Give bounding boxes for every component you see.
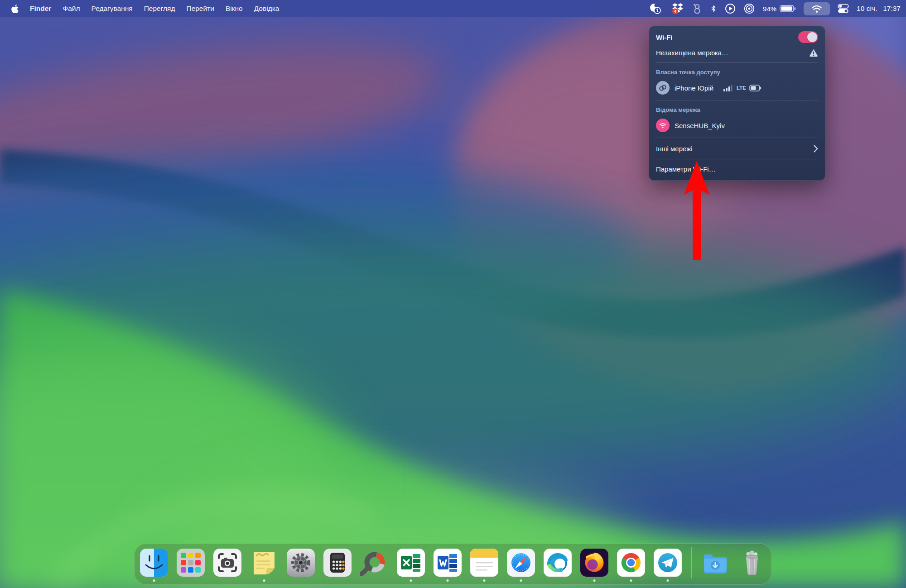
running-indicator: [630, 579, 632, 582]
menu-bar-status: 1 4: [649, 2, 906, 15]
trash-icon: [738, 549, 766, 577]
dock-finder[interactable]: [140, 549, 168, 577]
screenshot-icon: [213, 549, 241, 577]
firefox-icon: [580, 549, 608, 577]
wifi-toggle[interactable]: [798, 31, 818, 43]
running-indicator: [447, 579, 449, 582]
system-settings-icon: [287, 549, 315, 577]
finder-icon: [140, 549, 168, 577]
launchpad-icon: [177, 549, 205, 577]
dock-trash[interactable]: [738, 549, 766, 577]
menu-edit[interactable]: Редагування: [91, 5, 132, 13]
dock-launchpad[interactable]: [177, 549, 205, 577]
dock-firefox[interactable]: [580, 549, 608, 577]
divider: [656, 138, 818, 138]
apple-icon: [11, 5, 19, 13]
dock-screenshot[interactable]: [213, 549, 241, 577]
menu-bar: Finder Файл Редагування Перегляд Перейти…: [0, 0, 906, 17]
hotspot-section-header: Власна точка доступу: [649, 65, 825, 78]
other-networks-row[interactable]: Інші мережі: [649, 140, 825, 157]
stickies-icon: [250, 549, 278, 577]
running-indicator: [520, 579, 522, 582]
battery-status[interactable]: 94%: [763, 5, 796, 13]
insecure-network-row[interactable]: Незахищена мережа…: [649, 45, 825, 60]
dock-edge[interactable]: [544, 549, 572, 577]
warning-icon: [809, 48, 818, 57]
running-indicator: [483, 579, 486, 582]
divider: [656, 62, 818, 63]
control-center-icon[interactable]: [838, 3, 849, 14]
network-type-label: LTE: [737, 85, 746, 91]
personal-hotspot-icon: [656, 81, 670, 95]
menu-file[interactable]: Файл: [63, 5, 80, 13]
dock-calculator[interactable]: [323, 549, 352, 577]
dock-donut-utility-app[interactable]: [360, 549, 388, 577]
divider: [656, 159, 818, 159]
dropbox-icon[interactable]: 4: [671, 3, 684, 15]
play-circle-icon[interactable]: [725, 3, 736, 14]
apple-menu[interactable]: [11, 5, 19, 13]
battery-icon: [780, 5, 796, 12]
wifi-title: Wi-Fi: [656, 33, 673, 41]
battery-percent: 94%: [763, 5, 776, 13]
running-indicator: [667, 579, 669, 582]
known-network-row[interactable]: SenseHUB_Kyiv: [649, 115, 825, 135]
annotation-arrow: [681, 161, 713, 261]
iphone-battery-icon: [749, 85, 762, 91]
hotspot-status: LTE: [723, 84, 762, 91]
insecure-network-label: Незахищена мережа…: [656, 49, 728, 57]
wifi-dropdown-menu: Wi-Fi Незахищена мережа… Власна точка до…: [649, 26, 825, 181]
cloud-app-icon[interactable]: 1: [649, 3, 663, 14]
menu-bar-left: Finder Файл Редагування Перегляд Перейти…: [0, 5, 279, 13]
dock: [134, 543, 772, 585]
chrome-icon: [617, 549, 645, 577]
dock-divider: [691, 547, 692, 578]
clock[interactable]: 10 січ. 17:37: [857, 5, 901, 13]
wifi-settings-row[interactable]: Параметри Wi-Fi…: [649, 162, 825, 176]
airplay-icon[interactable]: [743, 3, 755, 14]
downloads-folder-icon: [701, 549, 729, 577]
running-indicator: [593, 579, 596, 582]
dropbox-badge: 4: [674, 9, 677, 14]
other-networks-label: Інші мережі: [656, 145, 693, 153]
safari-icon: [507, 549, 535, 577]
hotspot-row[interactable]: iPhone Юрій LTE: [649, 78, 825, 98]
date: 10 січ.: [857, 5, 877, 13]
menu-help[interactable]: Довідка: [254, 5, 280, 13]
excel-icon: [397, 549, 425, 577]
menu-view[interactable]: Перегляд: [144, 5, 175, 13]
dock-downloads-folder[interactable]: [701, 549, 729, 577]
dock-chrome[interactable]: [617, 549, 645, 577]
dock-telegram[interactable]: [654, 549, 682, 577]
word-icon: [434, 549, 462, 577]
known-section-header: Відома мережа: [649, 103, 825, 115]
donut-app-icon: [360, 549, 388, 577]
dock-notes[interactable]: [470, 549, 498, 577]
cloud-badge: 1: [656, 8, 659, 13]
telegram-icon: [654, 549, 682, 577]
wifi-icon: [811, 5, 822, 13]
known-network-wifi-icon: [656, 119, 670, 132]
wifi-toggle-row: Wi-Fi: [649, 29, 825, 45]
dock-word[interactable]: [434, 549, 462, 577]
edge-icon: [544, 549, 572, 577]
desktop: Finder Файл Редагування Перегляд Перейти…: [0, 0, 906, 588]
running-indicator: [153, 579, 155, 582]
bluetooth-icon[interactable]: [710, 3, 717, 14]
notes-icon: [470, 549, 498, 577]
dock-stickies[interactable]: [250, 549, 278, 577]
chevron-right-icon: [814, 145, 818, 153]
divider: [656, 100, 818, 100]
known-network-name: SenseHUB_Kyiv: [675, 122, 725, 129]
wifi-menu-button[interactable]: [804, 2, 830, 15]
time: 17:37: [883, 5, 901, 13]
hotspot-name: iPhone Юрій: [675, 84, 713, 92]
dock-excel[interactable]: [397, 549, 425, 577]
dock-safari[interactable]: [507, 549, 535, 577]
menu-go[interactable]: Перейти: [186, 5, 214, 13]
figure-eight-app-icon[interactable]: [692, 3, 702, 14]
running-indicator: [263, 579, 265, 582]
menu-finder[interactable]: Finder: [30, 5, 51, 13]
menu-window[interactable]: Вікно: [226, 5, 243, 13]
dock-system-settings[interactable]: [287, 549, 315, 577]
